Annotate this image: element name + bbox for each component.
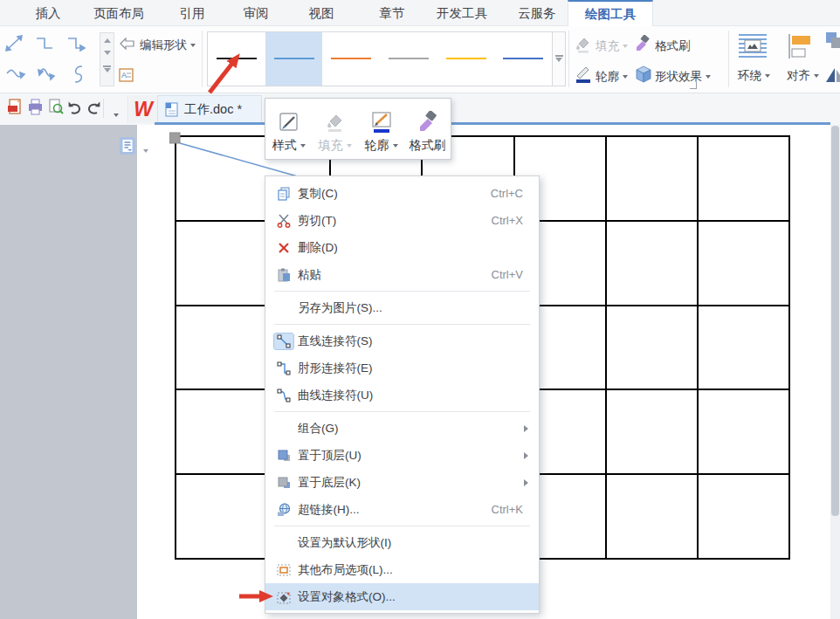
menu-item-cut[interactable]: 剪切(T) Ctrl+X [265,207,539,234]
mini-format-painter-button[interactable]: 格式刷 [404,99,451,159]
tab-references[interactable]: 引用 [168,0,217,26]
wps-home-button[interactable]: W [129,95,157,123]
bring-to-front-icon [274,448,293,464]
shape-effects-label: 形状效果 [655,70,702,83]
shape-freeform-s-icon[interactable] [75,66,82,82]
redo-icon[interactable] [86,100,101,114]
menu-item-more-layout-options[interactable]: 其他布局选项(L)... [265,556,539,583]
group-icon[interactable] [824,31,840,52]
tab-insert[interactable]: 插入 [24,0,72,26]
shape-line-double-arrow-icon[interactable] [6,36,22,51]
shape-curve-arrow-icon[interactable] [7,70,24,78]
line-style-orange[interactable] [322,32,380,86]
table-cell[interactable] [607,137,699,222]
table-cell[interactable] [699,222,790,306]
table-cell[interactable] [607,222,699,306]
shape-elbow-connector-icon[interactable] [37,38,52,48]
dialog-launcher-icon[interactable] [690,82,697,89]
line-gallery-more-button[interactable] [553,31,566,86]
undo-icon[interactable] [67,100,82,114]
menu-item-delete[interactable]: 删除(D) [265,234,539,261]
scrollbar-thumb[interactable] [831,126,839,516]
table-cell[interactable] [607,475,699,560]
mini-fill-button[interactable]: 填充 [312,99,358,159]
menu-item-hyperlink[interactable]: 超链接(H)... Ctrl+K [265,496,539,523]
text-box-icon: A [119,68,134,82]
table-cell[interactable] [699,306,790,391]
menu-item-curved-connector[interactable]: 曲线连接符(U) [265,382,539,409]
gallery-more-icon[interactable] [103,65,111,67]
line-style-yellow[interactable] [437,32,495,86]
menu-item-bring-to-front[interactable]: 置于顶层(U) [265,442,539,469]
scroll-up-icon[interactable] [104,38,111,43]
line-style-gray[interactable] [380,32,437,86]
menu-item-elbow-connector[interactable]: 肘形连接符(E) [265,354,539,382]
table-cell[interactable] [699,475,790,560]
fill-button[interactable]: 填充 [596,38,628,54]
outline-icon [575,65,592,83]
format-painter-button[interactable]: 格式刷 [655,38,691,54]
table-cell[interactable] [607,390,699,475]
wps-writer-window: 插入 页面布局 引用 审阅 视图 章节 开发工具 云服务 绘图工具 [0,0,840,619]
format-painter-label: 格式刷 [655,39,691,52]
submenu-arrow-icon [524,425,528,432]
menu-item-save-as-picture[interactable]: 另存为图片(S)... [265,294,539,321]
mini-style-button[interactable]: 样式 [265,99,312,159]
align-button[interactable]: 对齐 [787,68,819,84]
elbow-connector-icon [274,361,293,376]
nav-pane-icon [120,137,135,155]
line-style-blue-selected[interactable] [265,32,323,86]
rotate-icon[interactable] [824,63,840,84]
tab-review[interactable]: 审阅 [231,0,280,26]
line-style-dark-blue[interactable] [494,32,552,86]
tab-view[interactable]: 视图 [297,0,346,26]
menu-item-paste[interactable]: 粘贴 Ctrl+V [265,261,539,288]
line-swatch [389,58,429,59]
shape-curve-double-arrow-icon[interactable] [38,69,54,79]
menu-separator [274,411,530,412]
shape-elbow-arrow-icon[interactable] [68,38,85,51]
shape-effects-button[interactable]: 形状效果 [655,69,711,85]
chevron-down-icon [623,75,628,79]
tab-cloud[interactable]: 云服务 [506,0,568,26]
document-tab[interactable]: 工作.doc * [157,95,262,123]
toolbar-separator [103,99,104,118]
print-preview-icon[interactable] [48,99,65,116]
print-icon[interactable] [27,99,44,116]
menu-item-format-object[interactable]: 设置对象格式(O)... [265,583,539,610]
tab-developer[interactable]: 开发工具 [425,0,499,26]
page-options-dropdown-icon[interactable] [140,142,148,158]
menu-separator [274,526,530,526]
menu-item-straight-connector[interactable]: 直线连接符(S) [265,327,539,354]
menu-item-copy[interactable]: 复制(C) Ctrl+C [265,180,539,207]
menu-item-send-to-back[interactable]: 置于底层(K) [265,469,539,496]
menu-item-set-default-shape[interactable]: 设置为默认形状(I) [265,529,539,556]
shape-effects-icon [635,65,652,83]
tab-page-layout[interactable]: 页面布局 [80,0,157,26]
chevron-down-icon [347,144,352,148]
edit-shape-icon [119,38,135,51]
outline-button[interactable]: 轮廓 [596,69,628,85]
line-swatch [331,58,371,59]
context-menu: 复制(C) Ctrl+C 剪切(T) Ctrl+X 删除(D) 粘贴 Ctrl+… [265,175,540,614]
mini-outline-button[interactable]: 轮廓 [358,99,404,159]
table-cell[interactable] [607,306,699,391]
document-tab-label: 工作.doc * [184,101,242,118]
chevron-down-icon [190,44,196,47]
toolbar-dropdown-icon[interactable] [110,107,119,122]
tab-drawing-tools[interactable]: 绘图工具 [568,0,653,26]
export-pdf-icon[interactable] [7,99,23,116]
chevron-down-icon [300,144,306,148]
chevron-down-icon [706,75,711,79]
selection-handle[interactable] [169,133,180,143]
table-cell[interactable] [699,137,790,222]
edit-shape-button[interactable]: 编辑形状 [140,38,196,53]
shape-gallery-scrollbar[interactable] [100,32,114,86]
wrap-button[interactable]: 环绕 [738,68,770,84]
tab-sections[interactable]: 章节 [368,0,417,26]
nav-pane-toggle-button[interactable] [120,137,135,155]
scroll-down-icon[interactable] [104,51,111,55]
ribbon-separator [728,31,729,87]
menu-item-group[interactable]: 组合(G) [265,415,539,442]
table-cell[interactable] [699,390,790,475]
